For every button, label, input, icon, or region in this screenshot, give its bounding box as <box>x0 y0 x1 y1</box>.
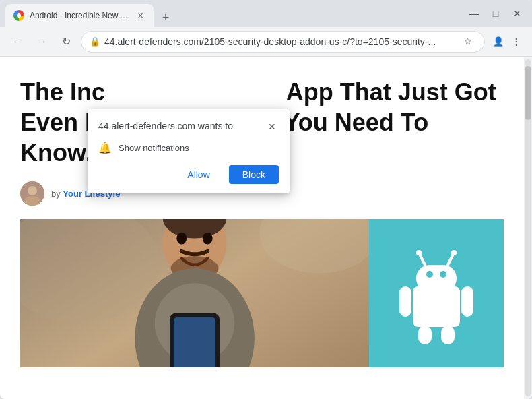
refresh-button[interactable]: ↻ <box>57 32 75 51</box>
address-input-wrapper[interactable]: 🔒 44.alert-defenders.com/2105-security-d… <box>81 31 485 53</box>
svg-rect-24 <box>399 286 411 317</box>
browser-tab[interactable]: Android - Incredible New App - | ✕ <box>5 4 154 27</box>
menu-icon[interactable]: ⋮ <box>508 34 524 50</box>
minimize-button[interactable]: — <box>465 4 484 23</box>
svg-rect-25 <box>461 286 473 317</box>
author-prefix: by <box>51 189 61 199</box>
popup-notification-row: 🔔 Show notifications <box>98 142 279 154</box>
url-display: 44.alert-defenders.com/2105-security-des… <box>104 36 456 47</box>
bell-icon: 🔔 <box>98 142 112 154</box>
new-tab-button[interactable]: + <box>156 8 175 27</box>
notification-label: Show notifications <box>119 143 189 153</box>
tab-favicon <box>13 10 24 21</box>
svg-rect-27 <box>441 326 455 344</box>
svg-rect-17 <box>416 265 457 292</box>
hero-section <box>20 219 504 367</box>
window-controls: — □ ✕ <box>465 4 527 23</box>
forward-button[interactable]: → <box>32 32 51 51</box>
address-bar: ← → ↻ 🔒 44.alert-defenders.com/2105-secu… <box>0 27 532 57</box>
browser-window: Android - Incredible New App - | ✕ + — □… <box>0 0 532 399</box>
svg-rect-26 <box>418 326 432 344</box>
scrollbar[interactable] <box>524 57 532 399</box>
svg-point-1 <box>28 186 37 195</box>
block-button[interactable]: Block <box>229 165 279 184</box>
toolbar-icons: 👤 ⋮ <box>490 34 524 50</box>
popup-header: 44.alert-defenders.com wants to ✕ <box>98 120 279 133</box>
content-area: 57 The Inc App That Just Got Even B You … <box>0 57 532 399</box>
author-avatar <box>20 181 44 206</box>
title-bar: Android - Incredible New App - | ✕ + — □… <box>0 0 532 27</box>
svg-rect-12 <box>174 317 215 367</box>
close-button[interactable]: ✕ <box>508 4 527 23</box>
bookmark-icon[interactable]: ☆ <box>460 34 476 50</box>
maximize-button[interactable]: □ <box>486 4 505 23</box>
hero-photo <box>20 219 369 367</box>
account-icon[interactable]: 👤 <box>490 34 506 50</box>
address-icons: ☆ <box>460 34 476 50</box>
lock-icon: 🔒 <box>90 36 100 47</box>
popup-buttons: Allow Block <box>98 165 279 184</box>
scrollbar-track[interactable] <box>525 59 531 396</box>
headline-part2: App That Just Got <box>286 78 496 106</box>
popup-close-button[interactable]: ✕ <box>265 120 279 133</box>
tab-title: Android - Incredible New App - | <box>30 11 129 20</box>
notification-popup: 44.alert-defenders.com wants to ✕ 🔔 Show… <box>88 109 290 193</box>
svg-point-13 <box>176 233 187 245</box>
svg-point-21 <box>451 250 457 255</box>
back-button[interactable]: ← <box>8 32 27 51</box>
svg-rect-16 <box>413 286 460 327</box>
page-content: 57 The Inc App That Just Got Even B You … <box>0 57 524 399</box>
svg-point-19 <box>416 250 422 255</box>
allow-button[interactable]: Allow <box>174 165 223 184</box>
headline-part1: The Inc <box>20 78 105 106</box>
svg-point-14 <box>203 233 213 245</box>
svg-point-22 <box>426 271 433 278</box>
svg-point-23 <box>440 271 446 278</box>
hero-android <box>369 219 504 367</box>
popup-domain-text: 44.alert-defenders.com wants to <box>98 120 265 132</box>
tab-strip: Android - Incredible New App - | ✕ + <box>5 0 462 27</box>
scrollbar-thumb[interactable] <box>525 66 531 120</box>
tab-close-button[interactable]: ✕ <box>135 10 145 21</box>
